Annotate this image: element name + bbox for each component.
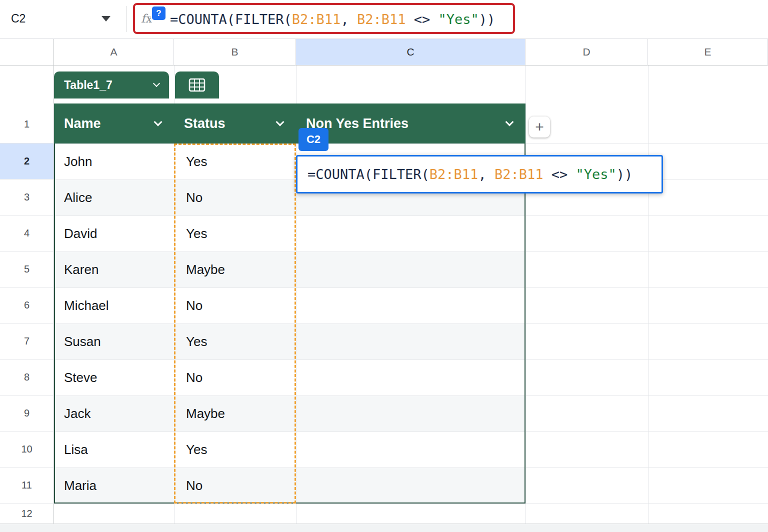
table-grid-icon: [188, 78, 206, 92]
cell-editor-popup[interactable]: =COUNTA(FILTER(B2:B11, B2:B11 <> "Yes")): [296, 155, 663, 194]
formula-segment: ,: [478, 166, 494, 182]
cell-name[interactable]: David: [54, 216, 174, 252]
cell-status[interactable]: Yes: [174, 144, 296, 180]
cell-name[interactable]: Steve: [54, 360, 174, 396]
fx-icon: fx: [141, 12, 152, 25]
formula-segment: <>: [543, 166, 576, 182]
table-header-label: Name: [64, 116, 101, 132]
chevron-down-icon[interactable]: [506, 118, 514, 126]
formula-segment: )): [616, 166, 633, 182]
table-header-label: Status: [184, 116, 226, 132]
row-header-7[interactable]: 7: [0, 324, 54, 360]
cell-name[interactable]: Michael: [54, 288, 174, 324]
cell-status[interactable]: No: [174, 180, 296, 216]
row-header-3[interactable]: 3: [0, 180, 54, 216]
add-column-button[interactable]: +: [529, 116, 550, 138]
row-header-9[interactable]: 9: [0, 396, 54, 432]
cell-name[interactable]: Maria: [54, 468, 174, 504]
table-range-button[interactable]: [175, 72, 219, 98]
cell-name[interactable]: Alice: [54, 180, 174, 216]
chevron-down-icon[interactable]: [276, 118, 284, 126]
row-header-4[interactable]: 4: [0, 216, 54, 252]
cell-status[interactable]: No: [174, 468, 296, 504]
chevron-down-icon[interactable]: [154, 118, 162, 126]
formula-segment: "Yes": [438, 12, 478, 27]
cell-status[interactable]: Yes: [174, 432, 296, 468]
table-header-non-yes-entries[interactable]: Non Yes Entries: [296, 104, 526, 144]
formula-input[interactable]: =COUNTA(FILTER(B2:B11, B2:B11 <> "Yes")): [170, 0, 495, 38]
column-header-b[interactable]: B: [174, 39, 296, 66]
formula-segment: B2:B11: [430, 166, 478, 182]
formula-segment: =COUNTA(FILTER(: [308, 166, 430, 182]
formula-segment: ,: [340, 12, 357, 27]
row-header-6[interactable]: 6: [0, 288, 54, 324]
row-header-2[interactable]: 2: [0, 144, 54, 180]
column-header-c[interactable]: C: [296, 39, 526, 66]
cell-status[interactable]: Yes: [174, 216, 296, 252]
row-header-8[interactable]: 8: [0, 360, 54, 396]
active-cell-badge: C2: [298, 128, 328, 151]
name-box-dropdown-icon[interactable]: [102, 16, 110, 22]
table-name-label: Table1_7: [64, 78, 112, 92]
table-name-chip[interactable]: Table1_7: [54, 72, 169, 98]
bottom-strip: [0, 524, 768, 532]
formula-segment: )): [479, 12, 496, 27]
cell-name[interactable]: John: [54, 144, 174, 180]
table-header-status[interactable]: Status: [174, 104, 296, 144]
chevron-down-icon: [153, 80, 160, 87]
row-header-12[interactable]: 12: [0, 504, 54, 524]
table-header-name[interactable]: Name: [54, 104, 174, 144]
cell-name[interactable]: Susan: [54, 324, 174, 360]
formula-segment: B2:B11: [292, 12, 341, 27]
spreadsheet-app: A B C D E 1 2 3 4 5 6 7 8 9 10 11 12 Joh…: [0, 0, 768, 532]
formula-segment: B2:B11: [494, 166, 544, 182]
cell-name[interactable]: Lisa: [54, 432, 174, 468]
row-header-5[interactable]: 5: [0, 252, 54, 288]
cell-status[interactable]: No: [174, 288, 296, 324]
cell-status[interactable]: No: [174, 360, 296, 396]
column-header-e[interactable]: E: [648, 39, 768, 66]
cell-status[interactable]: Maybe: [174, 396, 296, 432]
select-all-corner[interactable]: [0, 39, 54, 66]
column-header-a[interactable]: A: [54, 39, 174, 66]
formula-segment: <>: [406, 12, 438, 27]
formula-segment: B2:B11: [357, 12, 406, 27]
cell-status[interactable]: Maybe: [174, 252, 296, 288]
formula-segment: =COUNTA(FILTER(: [170, 12, 292, 27]
formula-bar-divider: [126, 6, 126, 32]
column-header-d[interactable]: D: [526, 39, 648, 66]
gridline: [648, 66, 648, 524]
cell-reference-box[interactable]: C2: [11, 12, 26, 26]
row-header-1[interactable]: 1: [0, 66, 54, 144]
gridline: [526, 66, 526, 524]
cell-status[interactable]: Yes: [174, 324, 296, 360]
formula-segment: "Yes": [576, 166, 616, 182]
cell-name[interactable]: Jack: [54, 396, 174, 432]
formula-bar: C2 fx ? =COUNTA(FILTER(B2:B11, B2:B11 <>…: [0, 0, 768, 38]
gridline: [0, 504, 768, 504]
cell-name[interactable]: Karen: [54, 252, 174, 288]
help-badge-icon: ?: [152, 6, 166, 20]
row-header-11[interactable]: 11: [0, 468, 54, 504]
row-header-10[interactable]: 10: [0, 432, 54, 468]
